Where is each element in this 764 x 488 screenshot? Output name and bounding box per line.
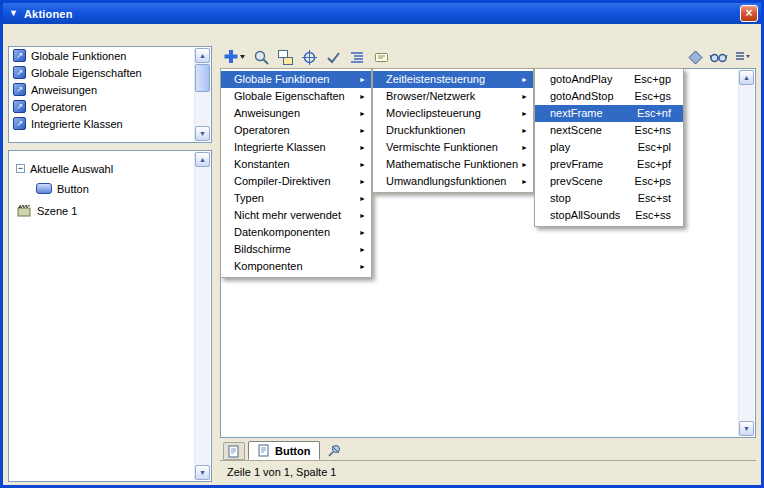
collapse-arrow-icon[interactable]: ▼ bbox=[9, 3, 18, 24]
toolbox-item-operatoren[interactable]: ↗ Operatoren bbox=[9, 98, 211, 115]
menu-item-label: Browser/Netzwerk bbox=[386, 90, 475, 102]
auto-format-button[interactable] bbox=[349, 48, 366, 66]
script-tab-strip: Button bbox=[220, 438, 756, 460]
pin-script-button[interactable] bbox=[323, 442, 345, 460]
menu-item-movieclipsteuerung[interactable]: Movieclipsteuerung► bbox=[373, 105, 533, 122]
menu-item-label: Movieclipsteuerung bbox=[386, 107, 481, 119]
menu-item-browser-netzwerk[interactable]: Browser/Netzwerk► bbox=[373, 88, 533, 105]
menu-item-label: Typen bbox=[234, 192, 264, 204]
tree-item-szene-1[interactable]: Szene 1 bbox=[17, 202, 77, 219]
menu-item-integrierte-klassen[interactable]: Integrierte Klassen► bbox=[221, 139, 371, 156]
menu-item-label: stop bbox=[550, 190, 571, 207]
glasses-icon bbox=[709, 49, 728, 66]
submenu-arrow-icon: ► bbox=[359, 224, 366, 241]
menu-item-prevscene[interactable]: prevSceneEsc+ps bbox=[535, 173, 683, 190]
show-code-hint-button[interactable] bbox=[373, 48, 390, 66]
menu-item-play[interactable]: playEsc+pl bbox=[535, 139, 683, 156]
toolbox-scrollbar[interactable]: ▲ ▼ bbox=[194, 48, 210, 141]
status-text: Zeile 1 von 1, Spalte 1 bbox=[227, 466, 336, 478]
status-bar: Zeile 1 von 1, Spalte 1 bbox=[220, 460, 756, 482]
submenu-arrow-icon: ► bbox=[359, 173, 366, 190]
check-syntax-button[interactable] bbox=[325, 48, 342, 66]
scroll-down-icon[interactable]: ▼ bbox=[739, 421, 754, 436]
category-icon: ↗ bbox=[13, 100, 26, 113]
menu-item-label: Komponenten bbox=[234, 260, 303, 272]
tree-item-aktuelle-auswahl[interactable]: − Aktuelle Auswahl bbox=[16, 160, 113, 177]
insert-target-path-button[interactable] bbox=[301, 48, 318, 66]
menu-item-label: gotoAndPlay bbox=[550, 71, 612, 88]
scroll-down-icon[interactable]: ▼ bbox=[195, 126, 210, 141]
menu-item-typen[interactable]: Typen► bbox=[221, 190, 371, 207]
submenu-arrow-icon: ► bbox=[359, 241, 366, 258]
mini-script-tab[interactable] bbox=[223, 442, 245, 460]
actions-panel-window: ▼ Aktionen × ↗ Globale Funktionen ↗ Glob… bbox=[0, 0, 764, 488]
menu-item-globale-eigenschaften[interactable]: Globale Eigenschaften► bbox=[221, 88, 371, 105]
menu-item-label: gotoAndStop bbox=[550, 88, 614, 105]
menu-item-compiler-direktiven[interactable]: Compiler-Direktiven► bbox=[221, 173, 371, 190]
scroll-up-icon[interactable]: ▲ bbox=[195, 48, 210, 63]
menu-item-komponenten[interactable]: Komponenten► bbox=[221, 258, 371, 275]
menu-item-nextscene[interactable]: nextSceneEsc+ns bbox=[535, 122, 683, 139]
toolbox-item-globale-funktionen[interactable]: ↗ Globale Funktionen bbox=[9, 47, 211, 64]
menu-item-mathematische-funktionen[interactable]: Mathematische Funktionen► bbox=[373, 156, 533, 173]
menu-item-vermischte-funktionen[interactable]: Vermischte Funktionen► bbox=[373, 139, 533, 156]
navigator-scrollbar[interactable]: ▲ ▼ bbox=[194, 152, 210, 480]
menu-item-gotoandplay[interactable]: gotoAndPlayEsc+gp bbox=[535, 71, 683, 88]
menu-item-operatoren[interactable]: Operatoren► bbox=[221, 122, 371, 139]
scroll-up-icon[interactable]: ▲ bbox=[195, 152, 210, 167]
category-icon: ↗ bbox=[13, 83, 26, 96]
submenu-arrow-icon: ► bbox=[359, 156, 366, 173]
scrollbar-thumb[interactable] bbox=[195, 64, 210, 92]
scroll-down-icon[interactable]: ▼ bbox=[195, 465, 210, 480]
submenu-arrow-icon: ► bbox=[521, 139, 528, 156]
menu-item-shortcut: Esc+ns bbox=[635, 122, 671, 139]
panel-menu-button[interactable] bbox=[733, 48, 751, 66]
toolbox-item-globale-eigenschaften[interactable]: ↗ Globale Eigenschaften bbox=[9, 64, 211, 81]
script-toolbar-right bbox=[687, 46, 751, 68]
menu-item-prevframe[interactable]: prevFrameEsc+pf bbox=[535, 156, 683, 173]
menu-item-label: nextFrame bbox=[550, 105, 603, 122]
script-assist-button[interactable] bbox=[709, 48, 728, 66]
menu-item-label: Druckfunktionen bbox=[386, 124, 466, 136]
menu-item-globale-funktionen[interactable]: Globale Funktionen► bbox=[221, 71, 371, 88]
tree-collapse-icon[interactable]: − bbox=[16, 164, 25, 173]
menu-item-stop[interactable]: stopEsc+st bbox=[535, 190, 683, 207]
view-options-button[interactable] bbox=[687, 48, 704, 66]
submenu-arrow-icon: ► bbox=[359, 190, 366, 207]
replace-button[interactable] bbox=[277, 48, 294, 66]
menu-item-label: nextScene bbox=[550, 122, 602, 139]
menu-item-konstanten[interactable]: Konstanten► bbox=[221, 156, 371, 173]
toolbox-item-integrierte-klassen[interactable]: ↗ Integrierte Klassen bbox=[9, 115, 211, 132]
submenu-arrow-icon: ► bbox=[359, 139, 366, 156]
menu-item-nextframe[interactable]: nextFrameEsc+nf bbox=[535, 105, 683, 122]
menu-item-nicht-mehr-verwendet[interactable]: Nicht mehr verwendet► bbox=[221, 207, 371, 224]
script-scrollbar[interactable]: ▲ ▼ bbox=[738, 70, 754, 436]
search-icon bbox=[253, 49, 270, 66]
menu-item-stopallsounds[interactable]: stopAllSoundsEsc+ss bbox=[535, 207, 683, 224]
plus-icon bbox=[222, 49, 246, 65]
close-button[interactable]: × bbox=[740, 5, 758, 22]
tree-item-button[interactable]: Button bbox=[36, 180, 89, 197]
menu-item-gotoandstop[interactable]: gotoAndStopEsc+gs bbox=[535, 88, 683, 105]
menu-item-bildschirme[interactable]: Bildschirme► bbox=[221, 241, 371, 258]
menu-item-anweisungen[interactable]: Anweisungen► bbox=[221, 105, 371, 122]
menu-item-druckfunktionen[interactable]: Druckfunktionen► bbox=[373, 122, 533, 139]
menu-item-label: play bbox=[550, 139, 570, 156]
submenu-arrow-icon: ► bbox=[359, 122, 366, 139]
submenu-arrow-icon: ► bbox=[359, 88, 366, 105]
find-button[interactable] bbox=[253, 48, 270, 66]
title-bar[interactable]: ▼ Aktionen × bbox=[3, 3, 761, 24]
menu-item-datenkomponenten[interactable]: Datenkomponenten► bbox=[221, 224, 371, 241]
tab-button[interactable]: Button bbox=[248, 441, 320, 460]
menu-item-shortcut: Esc+gs bbox=[635, 88, 671, 105]
add-action-button[interactable] bbox=[222, 48, 246, 66]
scroll-up-icon[interactable]: ▲ bbox=[739, 70, 754, 85]
toolbox-item-anweisungen[interactable]: ↗ Anweisungen bbox=[9, 81, 211, 98]
menu-item-zeitleistensteuerung[interactable]: Zeitleistensteuerung► bbox=[373, 71, 533, 88]
toolbox-item-label: Globale Funktionen bbox=[31, 50, 126, 62]
menu-item-umwandlungsfunktionen[interactable]: Umwandlungsfunktionen► bbox=[373, 173, 533, 190]
submenu-arrow-icon: ► bbox=[521, 156, 528, 173]
submenu-arrow-icon: ► bbox=[359, 258, 366, 275]
tree-item-label: Button bbox=[57, 183, 89, 195]
menu-item-shortcut: Esc+gp bbox=[634, 71, 671, 88]
